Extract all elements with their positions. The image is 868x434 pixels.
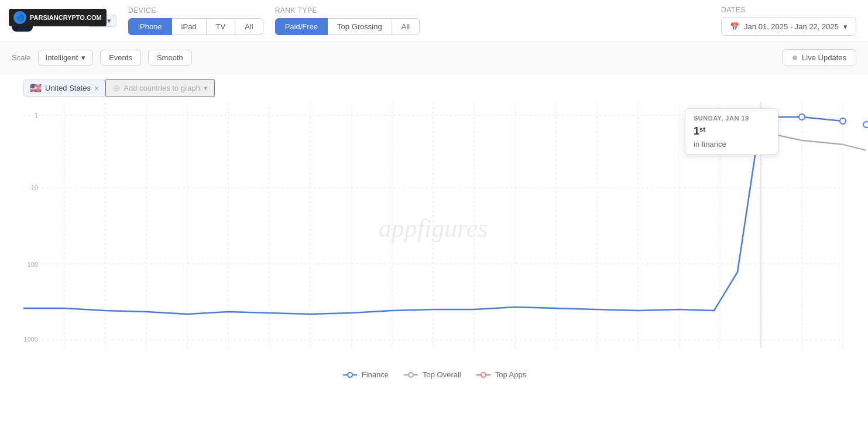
y-label-100: 100: [28, 261, 38, 268]
device-ipad[interactable]: iPad: [172, 18, 207, 35]
finance-legend-label: Finance: [362, 370, 389, 379]
top-overall-legend-label: Top Overall: [423, 370, 461, 379]
tooltip: SUNDAY, JAN 19 1st in finance: [685, 108, 778, 155]
legend-top-apps: Top Apps: [475, 370, 527, 379]
tooltip-sup: st: [699, 126, 705, 133]
smooth-button[interactable]: Smooth: [148, 50, 192, 66]
device-iphone[interactable]: iPhone: [128, 18, 171, 35]
dates-button[interactable]: 📅 Jan 01, 2025 - Jan 22, 2025 ▾: [721, 18, 856, 36]
scale-label: Scale: [12, 53, 31, 62]
events-button[interactable]: Events: [100, 50, 141, 66]
finance-dot-3: [840, 118, 846, 124]
tooltip-date: SUNDAY, JAN 19: [694, 115, 770, 122]
legend-finance: Finance: [342, 370, 389, 379]
device-all[interactable]: All: [235, 18, 263, 35]
y-label-10: 10: [31, 184, 38, 191]
finance-legend-icon: [342, 371, 358, 378]
rank-label: Rank Type: [275, 6, 420, 15]
dates-section: Dates 📅 Jan 01, 2025 - Jan 22, 2025 ▾: [721, 6, 856, 36]
tooltip-category: in finance: [694, 140, 770, 149]
country-name: United States: [45, 84, 91, 92]
us-flag: 🇺🇸: [30, 82, 42, 94]
finance-dot-2: [799, 114, 805, 120]
remove-country-button[interactable]: ×: [94, 84, 99, 93]
top-apps-legend-icon: [475, 371, 492, 378]
svg-point-27: [348, 373, 352, 377]
rank-top-grossing[interactable]: Top Grossing: [328, 18, 392, 35]
y-label-1000: 1000: [24, 336, 38, 343]
svg-point-31: [481, 373, 486, 377]
live-updates-label: Live Updates: [802, 53, 846, 62]
dates-label: Dates: [721, 6, 856, 14]
country-tag-us: 🇺🇸 United States ×: [23, 80, 105, 97]
device-btn-group: iPhone iPad TV All: [128, 18, 263, 35]
pc-site-label: PARSIANCRYPTO.COM: [30, 14, 102, 21]
svg-text:appfigures: appfigures: [379, 214, 488, 243]
rank-btn-group: Paid/Free Top Grossing All: [275, 18, 420, 35]
calendar-icon: 📅: [730, 22, 739, 31]
add-countries-button[interactable]: ⊕ Add countries to graph ▾: [105, 79, 215, 97]
parsiancrypto-logo: 🔵 PARSIANCRYPTO.COM: [9, 9, 107, 26]
y-axis: 1 10 100 1000: [12, 102, 44, 360]
scale-value: Intelligent: [46, 53, 78, 62]
add-countries-label: Add countries to graph: [123, 84, 200, 92]
dates-arrow: ▾: [843, 22, 848, 31]
top-overall-legend-icon: [403, 371, 419, 378]
device-section: Device iPhone iPad TV All: [128, 6, 263, 35]
chart-container: 1 10 100 1000 appfigures: [0, 102, 868, 360]
device-label: Device: [128, 6, 263, 15]
finance-dot-4: [863, 122, 868, 128]
add-countries-arrow: ▾: [204, 84, 208, 92]
toolbar: Scale Intelligent ▾ Events Smooth Live U…: [0, 42, 868, 74]
tooltip-rank: 1: [694, 125, 699, 137]
scale-selector[interactable]: Intelligent ▾: [38, 50, 94, 66]
scale-arrow: ▾: [81, 53, 85, 62]
add-icon: ⊕: [112, 82, 120, 94]
rank-paid-free[interactable]: Paid/Free: [275, 18, 328, 35]
header: 🎯 Moonshot iOS ▾ Device iPhone iPad TV A…: [0, 0, 868, 42]
live-dot: [792, 56, 797, 60]
top-apps-legend-label: Top Apps: [495, 370, 527, 379]
country-bar: 🇺🇸 United States × ⊕ Add countries to gr…: [0, 74, 868, 102]
device-tv[interactable]: TV: [207, 18, 236, 35]
live-updates-button[interactable]: Live Updates: [783, 49, 856, 66]
tooltip-rank-row: 1st: [694, 125, 770, 137]
chart-legend: Finance Top Overall Top Apps: [0, 364, 868, 385]
svg-point-29: [409, 373, 413, 377]
legend-top-overall: Top Overall: [403, 370, 461, 379]
dates-value: Jan 01, 2025 - Jan 22, 2025: [744, 22, 839, 31]
pc-icon: 🔵: [13, 11, 26, 24]
rank-all[interactable]: All: [392, 18, 420, 35]
rank-section: Rank Type Paid/Free Top Grossing All: [275, 6, 420, 35]
y-label-1: 1: [35, 112, 38, 119]
